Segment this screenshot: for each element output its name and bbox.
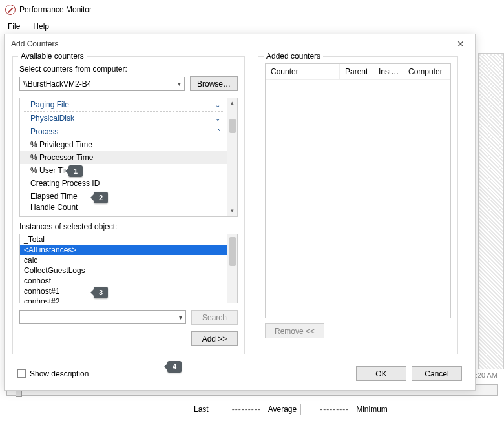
counter-item[interactable]: Elapsed Time [20,190,227,203]
instance-item[interactable]: conhost#2 [20,296,227,303]
show-description-label: Show description [30,369,89,378]
chevron-down-icon: ▾ [178,80,181,87]
app-icon [5,5,16,15]
instance-search-input[interactable]: ▾ [19,310,186,324]
counter-label: % Privileged Time [30,140,92,149]
add-counters-dialog: Add Counters ✕ Available counters Select… [4,34,476,391]
instances-label: Instances of selected object: [19,222,238,231]
vertical-scrollbar[interactable] [227,234,237,303]
chart-area-edge [478,53,504,369]
counter-tree-inner[interactable]: Paging File ⌄ PhysicalDisk ⌄ Process ˄ [20,98,227,216]
chevron-down-icon: ⌄ [215,101,220,108]
cancel-button[interactable]: Cancel [412,366,462,381]
counter-label: Handle Count [30,203,78,212]
instance-item-all[interactable]: <All instances> [20,245,227,255]
counter-item[interactable]: Creating Process ID [20,177,227,190]
category-paging-file[interactable]: Paging File ⌄ [20,98,227,111]
col-inst[interactable]: Inst… [373,64,403,79]
menu-help[interactable]: Help [28,21,54,32]
show-description-checkbox[interactable] [17,369,26,378]
col-parent[interactable]: Parent [340,64,373,79]
available-legend: Available counters [18,52,87,61]
dialog-title: Add Counters [11,39,58,48]
last-label: Last [194,405,209,414]
computer-dropdown[interactable]: \\BurstHackVM2-B4 ▾ [19,77,185,91]
instance-item[interactable]: calc [20,255,227,265]
scroll-down-icon[interactable]: ▾ [231,206,234,215]
scroll-thumb[interactable] [229,119,236,133]
instance-item[interactable]: CollectGuestLogs [20,265,227,276]
category-label: Paging File [30,100,69,109]
stats-row: Last --------- Average --------- Minimum [194,404,504,415]
counter-item[interactable]: Handle Count [20,203,227,212]
counter-label: Elapsed Time [30,192,78,201]
added-counters-group: Added counters Counter Parent Inst… Comp… [258,56,458,354]
vertical-scrollbar[interactable]: ▴ ▾ [227,98,237,216]
search-button[interactable]: Search [191,310,238,325]
category-label: Process [30,127,58,136]
counter-item[interactable]: % Privileged Time [20,138,227,151]
instance-item[interactable]: conhost#1 [20,286,227,296]
col-counter[interactable]: Counter [266,64,340,79]
col-computer[interactable]: Computer [403,64,450,79]
counter-label: % Processor Time [30,153,93,162]
instance-item[interactable]: conhost [20,276,227,286]
instance-item[interactable]: _Total [20,234,227,245]
counter-label: Creating Process ID [30,179,100,188]
min-label: Minimum [356,405,388,414]
menu-file[interactable]: File [3,21,25,32]
category-physicaldisk[interactable]: PhysicalDisk ⌄ [20,112,227,125]
scroll-thumb[interactable] [229,237,236,266]
added-table-header: Counter Parent Inst… Computer [266,64,450,80]
added-table[interactable]: Counter Parent Inst… Computer [265,63,451,318]
main-window: Performance Monitor File Help 2:23:12 AM… [0,0,504,421]
avg-value: --------- [300,404,352,415]
titlebar: Performance Monitor [0,0,504,19]
last-value: --------- [213,404,264,415]
scroll-up-icon[interactable]: ▴ [231,98,234,107]
step-badge-3: 3 [94,287,108,298]
chevron-down-icon: ⌄ [215,115,220,122]
counter-tree[interactable]: Paging File ⌄ PhysicalDisk ⌄ Process ˄ [19,98,238,217]
menubar: File Help [0,19,504,34]
chevron-down-icon: ▾ [179,314,182,321]
browse-button[interactable]: Browse… [190,76,238,91]
computer-value: \\BurstHackVM2-B4 [23,79,91,88]
counter-item-processor-time[interactable]: % Processor Time [20,151,227,164]
remove-button[interactable]: Remove << [265,323,324,338]
chevron-up-icon: ˄ [217,128,220,136]
step-badge-4: 4 [167,361,182,373]
dialog-footer: Show description OK Cancel [5,361,475,390]
avg-label: Average [268,405,297,414]
available-counters-group: Available counters Select counters from … [12,56,245,354]
app-title: Performance Monitor [19,5,92,14]
close-icon[interactable]: ✕ [453,36,468,52]
counter-item[interactable]: % User Time [20,164,227,177]
dialog-titlebar: Add Counters ✕ [5,34,475,54]
step-badge-2: 2 [94,192,108,203]
category-label: PhysicalDisk [30,114,74,123]
add-button[interactable]: Add >> [191,331,238,346]
category-process[interactable]: Process ˄ [20,125,227,138]
instances-list[interactable]: _Total <All instances> calc CollectGuest… [19,234,238,303]
select-from-computer-label: Select counters from computer: [19,65,238,74]
added-legend: Added counters [264,52,323,61]
ok-button[interactable]: OK [356,366,406,381]
step-badge-1: 1 [68,165,83,177]
